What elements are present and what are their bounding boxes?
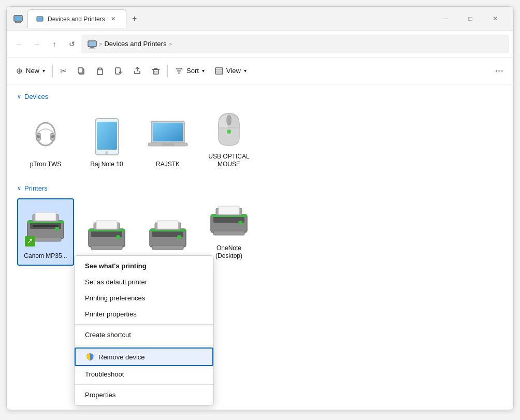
ptron-label: pTron TWS bbox=[30, 161, 62, 169]
svg-rect-10 bbox=[78, 68, 83, 73]
ptron-icon bbox=[25, 116, 66, 157]
svg-rect-4 bbox=[37, 17, 43, 21]
tab-devices-printers[interactable]: Devices and Printers ✕ bbox=[27, 9, 126, 28]
minimize-button[interactable]: ─ bbox=[434, 10, 457, 27]
copy-button[interactable] bbox=[72, 62, 91, 80]
breadcrumb-sep1: > bbox=[99, 41, 102, 47]
device-item-ptron[interactable]: pTron TWS bbox=[17, 107, 74, 174]
ctx-remove-device[interactable]: Remove device bbox=[75, 347, 213, 366]
copy-icon bbox=[77, 67, 85, 75]
svg-rect-13 bbox=[115, 68, 120, 74]
svg-rect-45 bbox=[35, 212, 56, 221]
tab-icon bbox=[36, 16, 44, 23]
forward-button[interactable]: → bbox=[28, 36, 45, 52]
svg-rect-12 bbox=[98, 68, 102, 70]
sort-label: Sort bbox=[186, 67, 199, 75]
ctx-printer-props[interactable]: Printer properties bbox=[75, 306, 213, 322]
paste-button[interactable] bbox=[91, 62, 109, 80]
new-button[interactable]: ⊕ New ▾ bbox=[11, 62, 50, 80]
ctx-separator-1 bbox=[75, 324, 213, 325]
svg-point-39 bbox=[227, 129, 231, 134]
sort-button[interactable]: Sort ▾ bbox=[170, 62, 210, 80]
ctx-properties-label: Properties bbox=[85, 391, 115, 399]
canom-label: Canom MP35... bbox=[24, 252, 67, 260]
rename-icon bbox=[114, 67, 123, 75]
svg-rect-42 bbox=[33, 225, 59, 227]
ctx-properties[interactable]: Properties bbox=[75, 387, 213, 403]
svg-point-56 bbox=[116, 235, 120, 239]
computer-icon bbox=[88, 39, 97, 49]
view-label: View bbox=[226, 67, 241, 75]
ctx-see-whats-printing-label: See what's printing bbox=[85, 262, 147, 270]
toolbar-separator-1 bbox=[52, 65, 53, 77]
refresh-button[interactable]: ↺ bbox=[64, 36, 80, 52]
rajstk-icon bbox=[147, 116, 189, 157]
svg-point-70 bbox=[238, 221, 242, 225]
device-item-mouse[interactable]: USB OPTICAL MOUSE bbox=[200, 107, 257, 174]
devices-chevron: ∨ bbox=[17, 93, 21, 100]
printers-section-label: Printers bbox=[24, 184, 48, 192]
more-button[interactable]: ··· bbox=[490, 62, 509, 80]
tab-close-button[interactable]: ✕ bbox=[109, 15, 118, 23]
ctx-set-default[interactable]: Set as default printer bbox=[75, 274, 213, 290]
new-icon: ⊕ bbox=[16, 66, 23, 76]
svg-rect-37 bbox=[162, 143, 174, 146]
cut-button[interactable]: ✂ bbox=[55, 62, 72, 80]
mouse-icon bbox=[208, 108, 250, 150]
share-button[interactable] bbox=[128, 62, 147, 80]
breadcrumb-link[interactable]: Devices and Printers bbox=[104, 40, 166, 48]
delete-icon bbox=[152, 67, 160, 75]
svg-point-30 bbox=[51, 135, 54, 138]
ctx-separator-3 bbox=[75, 384, 213, 385]
svg-rect-1 bbox=[16, 21, 20, 22]
view-button[interactable]: View ▾ bbox=[210, 62, 252, 80]
printers-section-header[interactable]: ∨ Printers bbox=[17, 184, 503, 192]
address-bar: ← → ↑ ↺ > Devices and Printers > bbox=[7, 31, 513, 57]
printer-item-canom[interactable]: ↗ Canom MP35... bbox=[17, 198, 74, 266]
ctx-troubleshoot-label: Troubleshoot bbox=[85, 370, 124, 378]
ctx-printing-prefs-label: Printing preferences bbox=[85, 294, 145, 302]
svg-rect-35 bbox=[153, 123, 183, 141]
device-item-rajnote[interactable]: Raj Note 10 bbox=[78, 107, 135, 174]
svg-rect-62 bbox=[152, 245, 183, 250]
view-icon bbox=[215, 67, 223, 75]
back-button[interactable]: ← bbox=[11, 36, 27, 52]
onenote-icon bbox=[208, 204, 250, 241]
ctx-printing-prefs[interactable]: Printing preferences bbox=[75, 290, 213, 306]
svg-rect-54 bbox=[96, 221, 117, 229]
maximize-button[interactable]: □ bbox=[458, 10, 482, 27]
svg-rect-7 bbox=[89, 48, 95, 49]
breadcrumb: > Devices and Printers > bbox=[81, 35, 509, 53]
cut-icon: ✂ bbox=[60, 66, 67, 76]
ctx-printer-props-label: Printer properties bbox=[85, 310, 137, 318]
svg-rect-32 bbox=[97, 122, 117, 150]
ctx-create-shortcut[interactable]: Create shortcut bbox=[75, 327, 213, 343]
svg-rect-68 bbox=[219, 206, 239, 214]
new-tab-button[interactable]: + bbox=[126, 10, 143, 27]
devices-section-header[interactable]: ∨ Devices bbox=[17, 93, 503, 100]
svg-rect-16 bbox=[153, 69, 158, 74]
rajnote-label: Raj Note 10 bbox=[90, 161, 123, 169]
printers-chevron: ∨ bbox=[17, 185, 21, 192]
close-button[interactable]: ✕ bbox=[483, 10, 507, 27]
tab-bar: Devices and Printers ✕ + bbox=[27, 9, 143, 27]
more-icon: ··· bbox=[495, 67, 504, 75]
new-label: New bbox=[26, 67, 39, 75]
svg-rect-8 bbox=[89, 41, 96, 46]
rajstk-label: RAJSTK bbox=[156, 161, 180, 169]
tab-label: Devices and Printers bbox=[48, 16, 105, 23]
up-button[interactable]: ↑ bbox=[46, 36, 63, 52]
devices-section-label: Devices bbox=[24, 93, 48, 100]
canom-icon: ↗ bbox=[25, 208, 66, 249]
view-chevron: ▾ bbox=[244, 68, 247, 74]
svg-rect-55 bbox=[91, 245, 122, 250]
sort-icon bbox=[175, 67, 183, 75]
svg-point-47 bbox=[55, 227, 59, 231]
context-menu: See what's printing Set as default print… bbox=[74, 255, 214, 405]
delete-button[interactable] bbox=[147, 62, 165, 80]
device-item-rajstk[interactable]: RAJSTK bbox=[139, 107, 196, 174]
rename-button[interactable] bbox=[109, 62, 128, 80]
title-bar: Devices and Printers ✕ + ─ □ ✕ bbox=[7, 7, 513, 31]
ctx-troubleshoot[interactable]: Troubleshoot bbox=[75, 366, 213, 382]
ctx-see-whats-printing[interactable]: See what's printing bbox=[75, 258, 213, 274]
